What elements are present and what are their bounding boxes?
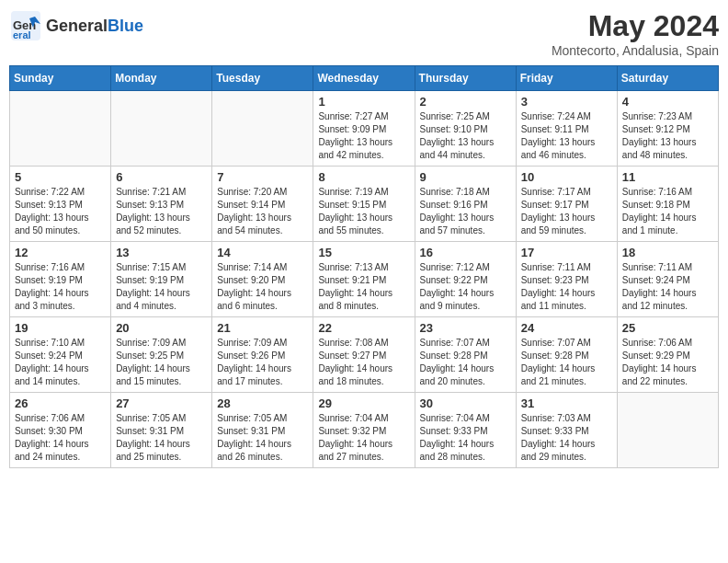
day-number: 6 (116, 170, 207, 184)
day-info: Sunrise: 7:13 AM Sunset: 9:21 PM Dayligh… (318, 261, 409, 313)
day-number: 13 (116, 246, 207, 259)
day-number: 30 (420, 396, 511, 410)
calendar-cell: 9Sunrise: 7:18 AM Sunset: 9:16 PM Daylig… (415, 167, 516, 242)
day-number: 10 (521, 170, 612, 184)
calendar-cell: 13Sunrise: 7:15 AM Sunset: 9:19 PM Dayli… (111, 242, 212, 317)
calendar-week-1: 1Sunrise: 7:27 AM Sunset: 9:09 PM Daylig… (10, 91, 719, 167)
day-info: Sunrise: 7:06 AM Sunset: 9:29 PM Dayligh… (622, 337, 713, 388)
day-info: Sunrise: 7:24 AM Sunset: 9:11 PM Dayligh… (521, 110, 612, 162)
location-subtitle: Montecorto, Andalusia, Spain (552, 43, 719, 58)
day-info: Sunrise: 7:09 AM Sunset: 9:25 PM Dayligh… (116, 337, 207, 388)
day-info: Sunrise: 7:21 AM Sunset: 9:13 PM Dayligh… (116, 186, 207, 237)
calendar-cell: 15Sunrise: 7:13 AM Sunset: 9:21 PM Dayli… (313, 242, 415, 317)
calendar-cell: 21Sunrise: 7:09 AM Sunset: 9:26 PM Dayli… (212, 317, 313, 393)
calendar-header-row: SundayMondayTuesdayWednesdayThursdayFrid… (10, 66, 719, 91)
logo-icon: Gen eral (9, 9, 42, 42)
day-info: Sunrise: 7:09 AM Sunset: 9:26 PM Dayligh… (217, 337, 308, 388)
day-number: 23 (420, 321, 511, 335)
day-info: Sunrise: 7:17 AM Sunset: 9:17 PM Dayligh… (521, 186, 612, 237)
calendar-cell: 28Sunrise: 7:05 AM Sunset: 9:31 PM Dayli… (212, 393, 313, 468)
header-tuesday: Tuesday (212, 66, 313, 91)
calendar-week-5: 26Sunrise: 7:06 AM Sunset: 9:30 PM Dayli… (10, 393, 719, 468)
calendar-cell: 12Sunrise: 7:16 AM Sunset: 9:19 PM Dayli… (10, 242, 111, 317)
calendar-cell: 20Sunrise: 7:09 AM Sunset: 9:25 PM Dayli… (111, 317, 212, 393)
calendar-cell (10, 91, 111, 167)
day-number: 20 (116, 321, 207, 335)
calendar-cell (111, 91, 212, 167)
day-number: 2 (420, 95, 511, 109)
day-number: 1 (318, 95, 409, 109)
calendar-cell: 22Sunrise: 7:08 AM Sunset: 9:27 PM Dayli… (313, 317, 415, 393)
day-info: Sunrise: 7:25 AM Sunset: 9:10 PM Dayligh… (420, 110, 511, 162)
header-wednesday: Wednesday (313, 66, 415, 91)
day-info: Sunrise: 7:16 AM Sunset: 9:19 PM Dayligh… (15, 261, 106, 313)
calendar-cell: 23Sunrise: 7:07 AM Sunset: 9:28 PM Dayli… (415, 317, 516, 393)
calendar-cell: 18Sunrise: 7:11 AM Sunset: 9:24 PM Dayli… (617, 242, 718, 317)
day-info: Sunrise: 7:12 AM Sunset: 9:22 PM Dayligh… (420, 261, 511, 313)
day-number: 12 (15, 246, 106, 259)
day-number: 18 (622, 246, 713, 259)
calendar-cell: 19Sunrise: 7:10 AM Sunset: 9:24 PM Dayli… (10, 317, 111, 393)
day-info: Sunrise: 7:15 AM Sunset: 9:19 PM Dayligh… (116, 261, 207, 313)
day-info: Sunrise: 7:16 AM Sunset: 9:18 PM Dayligh… (622, 186, 713, 237)
calendar-cell: 6Sunrise: 7:21 AM Sunset: 9:13 PM Daylig… (111, 167, 212, 242)
day-info: Sunrise: 7:05 AM Sunset: 9:31 PM Dayligh… (217, 412, 308, 464)
calendar-cell: 2Sunrise: 7:25 AM Sunset: 9:10 PM Daylig… (415, 91, 516, 167)
calendar-cell: 27Sunrise: 7:05 AM Sunset: 9:31 PM Dayli… (111, 393, 212, 468)
day-info: Sunrise: 7:20 AM Sunset: 9:14 PM Dayligh… (217, 186, 308, 237)
svg-text:eral: eral (13, 29, 31, 40)
day-info: Sunrise: 7:22 AM Sunset: 9:13 PM Dayligh… (15, 186, 106, 237)
day-info: Sunrise: 7:04 AM Sunset: 9:33 PM Dayligh… (420, 412, 511, 464)
day-info: Sunrise: 7:19 AM Sunset: 9:15 PM Dayligh… (318, 186, 409, 237)
calendar-cell: 7Sunrise: 7:20 AM Sunset: 9:14 PM Daylig… (212, 167, 313, 242)
header-sunday: Sunday (10, 66, 111, 91)
calendar-cell (617, 393, 718, 468)
day-number: 11 (622, 170, 713, 184)
day-number: 16 (420, 246, 511, 259)
day-info: Sunrise: 7:14 AM Sunset: 9:20 PM Dayligh… (217, 261, 308, 313)
calendar-week-2: 5Sunrise: 7:22 AM Sunset: 9:13 PM Daylig… (10, 167, 719, 242)
calendar-week-3: 12Sunrise: 7:16 AM Sunset: 9:19 PM Dayli… (10, 242, 719, 317)
title-block: May 2024 Montecorto, Andalusia, Spain (552, 9, 719, 58)
day-number: 9 (420, 170, 511, 184)
day-number: 26 (15, 396, 106, 410)
day-number: 17 (521, 246, 612, 259)
calendar-cell: 25Sunrise: 7:06 AM Sunset: 9:29 PM Dayli… (617, 317, 718, 393)
calendar-cell: 8Sunrise: 7:19 AM Sunset: 9:15 PM Daylig… (313, 167, 415, 242)
day-number: 19 (15, 321, 106, 335)
day-number: 4 (622, 95, 713, 109)
day-info: Sunrise: 7:11 AM Sunset: 9:24 PM Dayligh… (622, 261, 713, 313)
day-info: Sunrise: 7:04 AM Sunset: 9:32 PM Dayligh… (318, 412, 409, 464)
day-number: 15 (318, 246, 409, 259)
day-number: 25 (622, 321, 713, 335)
day-number: 3 (521, 95, 612, 109)
calendar-cell: 16Sunrise: 7:12 AM Sunset: 9:22 PM Dayli… (415, 242, 516, 317)
day-info: Sunrise: 7:07 AM Sunset: 9:28 PM Dayligh… (521, 337, 612, 388)
logo-general: General (46, 17, 108, 35)
day-info: Sunrise: 7:06 AM Sunset: 9:30 PM Dayligh… (15, 412, 106, 464)
calendar-week-4: 19Sunrise: 7:10 AM Sunset: 9:24 PM Dayli… (10, 317, 719, 393)
header-saturday: Saturday (617, 66, 718, 91)
day-info: Sunrise: 7:27 AM Sunset: 9:09 PM Dayligh… (318, 110, 409, 162)
day-number: 29 (318, 396, 409, 410)
day-number: 5 (15, 170, 106, 184)
calendar-cell: 24Sunrise: 7:07 AM Sunset: 9:28 PM Dayli… (516, 317, 617, 393)
logo-wordmark: GeneralBlue (46, 17, 143, 36)
month-year-title: May 2024 (552, 9, 719, 43)
day-info: Sunrise: 7:23 AM Sunset: 9:12 PM Dayligh… (622, 110, 713, 162)
calendar-cell: 1Sunrise: 7:27 AM Sunset: 9:09 PM Daylig… (313, 91, 415, 167)
day-number: 14 (217, 246, 308, 259)
calendar-cell: 11Sunrise: 7:16 AM Sunset: 9:18 PM Dayli… (617, 167, 718, 242)
calendar-cell: 26Sunrise: 7:06 AM Sunset: 9:30 PM Dayli… (10, 393, 111, 468)
day-info: Sunrise: 7:03 AM Sunset: 9:33 PM Dayligh… (521, 412, 612, 464)
day-number: 8 (318, 170, 409, 184)
header-thursday: Thursday (415, 66, 516, 91)
day-info: Sunrise: 7:18 AM Sunset: 9:16 PM Dayligh… (420, 186, 511, 237)
day-info: Sunrise: 7:07 AM Sunset: 9:28 PM Dayligh… (420, 337, 511, 388)
logo: Gen eral GeneralBlue (9, 9, 143, 42)
calendar-cell: 14Sunrise: 7:14 AM Sunset: 9:20 PM Dayli… (212, 242, 313, 317)
calendar-cell: 31Sunrise: 7:03 AM Sunset: 9:33 PM Dayli… (516, 393, 617, 468)
day-number: 21 (217, 321, 308, 335)
calendar-cell: 29Sunrise: 7:04 AM Sunset: 9:32 PM Dayli… (313, 393, 415, 468)
calendar-cell (212, 91, 313, 167)
